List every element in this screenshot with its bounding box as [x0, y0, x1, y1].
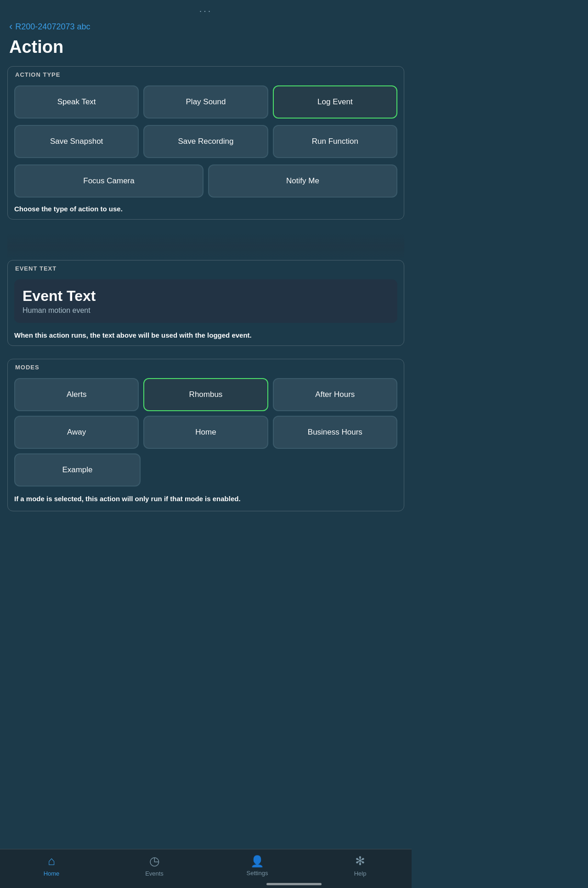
rhombus-mode-button[interactable]: Rhombus	[143, 378, 268, 411]
modes-label: MODES	[8, 359, 404, 373]
away-mode-button[interactable]: Away	[14, 416, 139, 449]
example-mode-button[interactable]: Example	[14, 453, 141, 486]
speak-text-button[interactable]: Speak Text	[14, 85, 139, 119]
modes-row2: Away Home Business Hours	[8, 416, 404, 453]
back-button[interactable]: ‹ R200-24072073 abc	[0, 18, 412, 34]
tab-events[interactable]: ◷ Events	[136, 854, 173, 877]
tab-bar: ⌂ Home ◷ Events 👤 Settings ✻ Help	[0, 849, 412, 888]
event-text-label: EVENT TEXT	[8, 260, 404, 275]
business-hours-mode-button[interactable]: Business Hours	[273, 416, 397, 449]
modes-row3: Example	[8, 453, 404, 491]
focus-camera-button[interactable]: Focus Camera	[14, 164, 204, 198]
blur-overlay	[7, 232, 404, 260]
action-type-row2: Save Snapshot Save Recording Run Functio…	[8, 125, 404, 164]
home-icon: ⌂	[48, 854, 55, 868]
top-dots: ···	[0, 0, 412, 18]
tab-events-label: Events	[145, 870, 164, 877]
event-text-hint: When this action runs, the text above wi…	[8, 328, 404, 345]
save-recording-button[interactable]: Save Recording	[143, 125, 268, 158]
help-icon: ✻	[355, 854, 365, 868]
tab-help-label: Help	[354, 870, 367, 877]
alerts-mode-button[interactable]: Alerts	[14, 378, 139, 411]
tab-home-label: Home	[44, 870, 60, 877]
event-text-card[interactable]: Event Text Human motion event	[14, 279, 397, 323]
page-title: Action	[0, 34, 412, 66]
tab-home[interactable]: ⌂ Home	[33, 854, 70, 877]
tab-help[interactable]: ✻ Help	[342, 854, 379, 877]
play-sound-button[interactable]: Play Sound	[143, 85, 268, 119]
modes-hint: If a mode is selected, this action will …	[8, 491, 404, 511]
after-hours-mode-button[interactable]: After Hours	[273, 378, 397, 411]
action-type-row3: Focus Camera Notify Me	[8, 164, 404, 201]
action-type-label: ACTION TYPE	[8, 67, 404, 81]
settings-icon: 👤	[250, 855, 264, 868]
run-function-button[interactable]: Run Function	[273, 125, 397, 158]
home-mode-button[interactable]: Home	[143, 416, 268, 449]
home-indicator	[266, 883, 322, 885]
action-type-section: ACTION TYPE Speak Text Play Sound Log Ev…	[7, 66, 404, 220]
tab-settings[interactable]: 👤 Settings	[239, 855, 276, 877]
save-snapshot-button[interactable]: Save Snapshot	[14, 125, 139, 158]
notify-me-button[interactable]: Notify Me	[208, 164, 397, 198]
action-type-hint: Choose the type of action to use.	[8, 201, 404, 219]
event-text-subtitle: Human motion event	[23, 306, 389, 315]
event-text-title: Event Text	[23, 288, 389, 305]
tab-settings-label: Settings	[247, 870, 268, 877]
modes-section: MODES Alerts Rhombus After Hours Away Ho…	[7, 359, 404, 511]
action-type-row1: Speak Text Play Sound Log Event	[8, 81, 404, 125]
modes-row1: Alerts Rhombus After Hours	[8, 373, 404, 416]
log-event-button[interactable]: Log Event	[273, 85, 397, 119]
event-text-section: EVENT TEXT Event Text Human motion event…	[7, 260, 404, 346]
back-chevron-icon: ‹	[9, 22, 12, 32]
events-icon: ◷	[149, 854, 160, 868]
back-label: R200-24072073 abc	[15, 22, 90, 32]
